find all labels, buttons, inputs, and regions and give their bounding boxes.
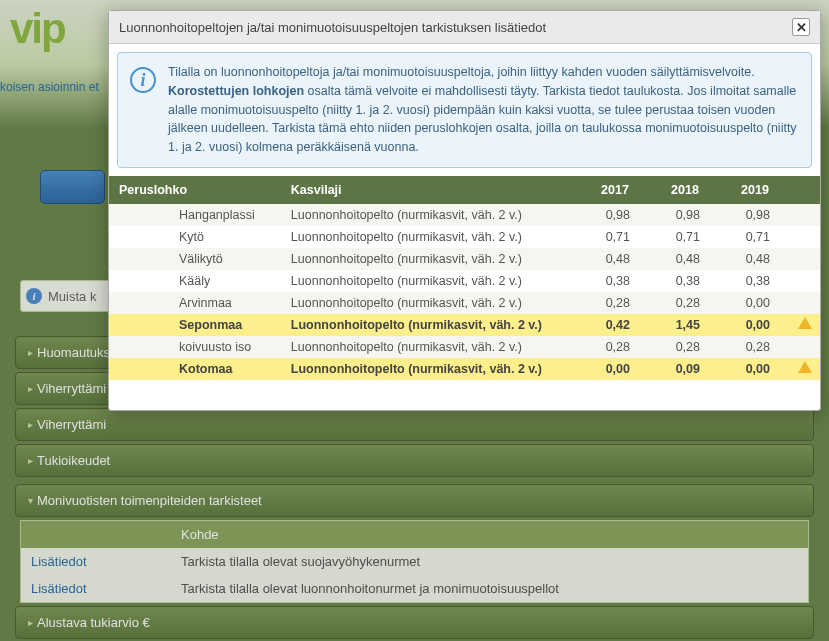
details-modal: Luonnonhoitopeltojen ja/tai monimuotoisu…: [108, 10, 821, 411]
warning-icon: [798, 361, 812, 373]
value-2018: 0,09: [650, 358, 720, 380]
crop-type: Luonnonhoitopelto (nurmikasvit, väh. 2 v…: [281, 292, 580, 314]
value-2017: 0,71: [580, 226, 650, 248]
table-row: koivuusto isoLuonnonhoitopelto (nurmikas…: [109, 336, 820, 358]
value-2018: 0,28: [650, 336, 720, 358]
value-2017: 0,98: [580, 204, 650, 226]
crop-type: Luonnonhoitopelto (nurmikasvit, väh. 2 v…: [281, 204, 580, 226]
parcel-name: Arvinmaa: [109, 292, 281, 314]
info-text-prefix: Tilalla on luonnonhoitopeltoja ja/tai mo…: [168, 65, 755, 79]
value-2017: 0,28: [580, 292, 650, 314]
value-2019: 0,00: [720, 358, 790, 380]
value-2019: 0,00: [720, 314, 790, 336]
value-2019: 0,48: [720, 248, 790, 270]
column-2019: 2019: [720, 176, 790, 204]
table-row: KytöLuonnonhoitopelto (nurmikasvit, väh.…: [109, 226, 820, 248]
modal-title: Luonnonhoitopeltojen ja/tai monimuotoisu…: [119, 20, 546, 35]
column-2017: 2017: [580, 176, 650, 204]
value-2017: 0,00: [580, 358, 650, 380]
value-2019: 0,28: [720, 336, 790, 358]
table-row: KäälyLuonnonhoitopelto (nurmikasvit, väh…: [109, 270, 820, 292]
value-2018: 1,45: [650, 314, 720, 336]
value-2019: 0,00: [720, 292, 790, 314]
crop-type: Luonnonhoitopelto (nurmikasvit, väh. 2 v…: [281, 358, 580, 380]
modal-header: Luonnonhoitopeltojen ja/tai monimuotoisu…: [109, 11, 820, 44]
crop-type: Luonnonhoitopelto (nurmikasvit, väh. 2 v…: [281, 314, 580, 336]
crop-type: Luonnonhoitopelto (nurmikasvit, väh. 2 v…: [281, 336, 580, 358]
value-2018: 0,71: [650, 226, 720, 248]
parcel-name: Kytö: [109, 226, 281, 248]
column-peruslohko: Peruslohko: [109, 176, 281, 204]
close-icon: ✕: [796, 20, 807, 35]
table-header-row: Peruslohko Kasvilaji 2017 2018 2019: [109, 176, 820, 204]
value-2018: 0,38: [650, 270, 720, 292]
column-2018: 2018: [650, 176, 720, 204]
table-row: VälikytöLuonnonhoitopelto (nurmikasvit, …: [109, 248, 820, 270]
value-2019: 0,38: [720, 270, 790, 292]
crop-type: Luonnonhoitopelto (nurmikasvit, väh. 2 v…: [281, 270, 580, 292]
parcel-name: Kotomaa: [109, 358, 281, 380]
warning-icon: [798, 317, 812, 329]
value-2019: 0,71: [720, 226, 790, 248]
modal-info-box: i Tilalla on luonnonhoitopeltoja ja/tai …: [117, 52, 812, 168]
value-2018: 0,28: [650, 292, 720, 314]
info-text-bold: Korostettujen lohkojen: [168, 84, 304, 98]
crop-type: Luonnonhoitopelto (nurmikasvit, väh. 2 v…: [281, 226, 580, 248]
parcels-table: Peruslohko Kasvilaji 2017 2018 2019 Hang…: [109, 176, 820, 380]
parcel-name: koivuusto iso: [109, 336, 281, 358]
crop-type: Luonnonhoitopelto (nurmikasvit, väh. 2 v…: [281, 248, 580, 270]
value-2018: 0,48: [650, 248, 720, 270]
table-row: ArvinmaaLuonnonhoitopelto (nurmikasvit, …: [109, 292, 820, 314]
parcel-name: Kääly: [109, 270, 281, 292]
table-row: SeponmaaLuonnonhoitopelto (nurmikasvit, …: [109, 314, 820, 336]
value-2017: 0,42: [580, 314, 650, 336]
info-icon: i: [130, 67, 156, 93]
parcel-name: Seponmaa: [109, 314, 281, 336]
value-2017: 0,28: [580, 336, 650, 358]
table-row: KotomaaLuonnonhoitopelto (nurmikasvit, v…: [109, 358, 820, 380]
value-2019: 0,98: [720, 204, 790, 226]
value-2018: 0,98: [650, 204, 720, 226]
value-2017: 0,48: [580, 248, 650, 270]
parcel-name: Hanganplassi: [109, 204, 281, 226]
parcel-name: Välikytö: [109, 248, 281, 270]
column-kasvilaji: Kasvilaji: [281, 176, 580, 204]
table-row: HanganplassiLuonnonhoitopelto (nurmikasv…: [109, 204, 820, 226]
close-button[interactable]: ✕: [792, 18, 810, 36]
value-2017: 0,38: [580, 270, 650, 292]
